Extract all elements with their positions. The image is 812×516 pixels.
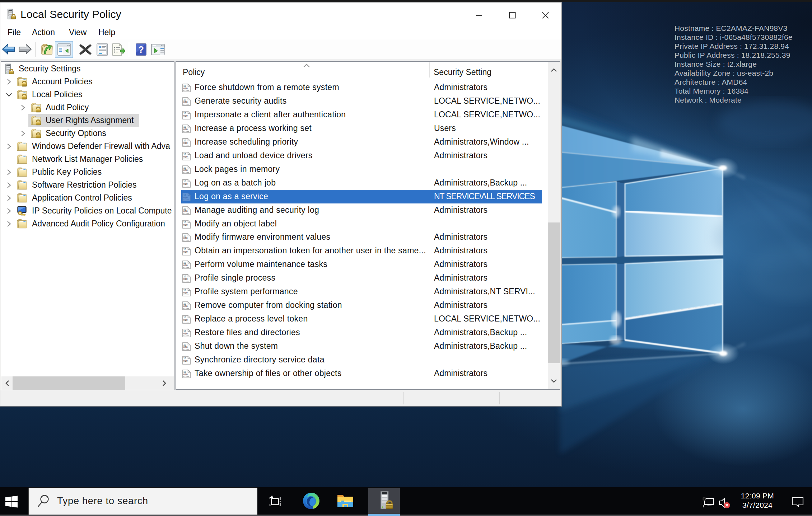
svg-text:?: ? — [138, 44, 144, 55]
